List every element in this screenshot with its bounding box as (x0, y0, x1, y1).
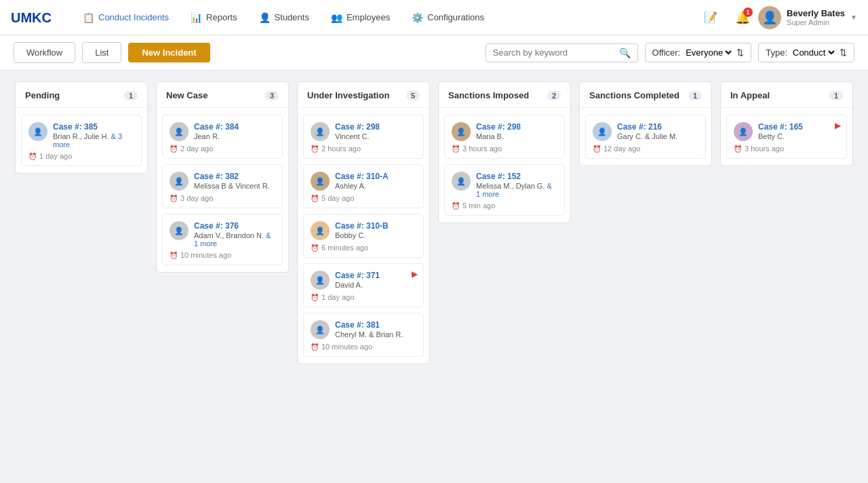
card-time-text: 3 hours ago (462, 144, 502, 153)
card-case-number: Case #: 298 (476, 122, 557, 132)
col-body-new-case: 👤 Case #: 384 Jean R. ⏰ 2 day ago 👤 Case… (157, 108, 288, 272)
user-area[interactable]: 👤 Beverly Bates Super Admin ▼ (758, 6, 857, 29)
card-time-text: 3 day ago (180, 194, 213, 202)
logo-text: UMKC (11, 11, 52, 24)
user-avatar: 👤 (758, 6, 781, 29)
list-item[interactable]: 👤 Case #: 152 Melissa M., Dylan G. & 1 m… (444, 164, 565, 216)
new-incident-button[interactable]: New Incident (128, 43, 210, 62)
card-case-number: Case #: 216 (617, 122, 698, 132)
col-header-sanctions-completed: Sanctions Completed 1 (580, 82, 711, 108)
search-box[interactable]: 🔍 (486, 43, 638, 62)
nav-items: 📋 Conduct Incidents 📊 Reports 👤 Students… (73, 8, 694, 27)
type-filter[interactable]: Type: Conduct ⇅ (758, 43, 854, 62)
avatar: 👤 (452, 172, 471, 191)
col-body-pending: 👤 Case #: 385 Brian R., Julie H. & 3 mor… (16, 108, 147, 173)
column-pending: Pending 1 👤 Case #: 385 Brian R., Julie … (15, 81, 148, 174)
card-case-number: Case #: 310-A (335, 172, 416, 181)
col-badge-under-investigation: 5 (406, 91, 420, 100)
card-time: ⏰ 6 minutes ago (311, 244, 416, 252)
list-item[interactable]: 👤 Case #: 385 Brian R., Julie H. & 3 mor… (21, 115, 142, 166)
type-select[interactable]: Conduct (790, 47, 837, 58)
card-info: Case #: 165 Betty C. (758, 122, 840, 140)
card-time-text: 5 min ago (462, 201, 495, 210)
notification-badge: 1 (743, 7, 753, 17)
nav-configurations-label: Configurations (427, 12, 484, 22)
notification-bell[interactable]: 🔔 1 (735, 10, 750, 25)
clock-icon: ⏰ (170, 145, 178, 153)
card-info: Case #: 298 Vincent C. (335, 122, 416, 140)
configurations-icon: ⚙️ (412, 12, 423, 23)
list-item[interactable]: 👤 Case #: 298 Maria B. ⏰ 3 hours ago (444, 115, 565, 159)
col-badge-pending: 1 (124, 91, 138, 100)
workflow-button[interactable]: Workflow (14, 42, 75, 63)
card-case-number: Case #: 381 (335, 320, 416, 330)
column-sanctions-completed: Sanctions Completed 1 👤 Case #: 216 Gary… (579, 81, 712, 166)
col-title-new-case: New Case (166, 90, 208, 100)
col-badge-new-case: 3 (265, 91, 279, 100)
nav-employees[interactable]: 👥 Employees (321, 8, 399, 27)
avatar: 👤 (311, 221, 330, 240)
list-item[interactable]: 👤 Case #: 310-A Ashley A. ⏰ 5 day ago (303, 164, 424, 208)
card-time: ⏰ 3 hours ago (452, 144, 557, 153)
col-body-sanctions-imposed: 👤 Case #: 298 Maria B. ⏰ 3 hours ago 👤 C… (439, 108, 570, 223)
nav-reports[interactable]: 📊 Reports (181, 8, 247, 27)
card-case-number: Case #: 298 (335, 122, 416, 132)
card-time: ⏰ 3 hours ago (734, 144, 840, 153)
col-title-sanctions-imposed: Sanctions Imposed (448, 90, 529, 100)
column-new-case: New Case 3 👤 Case #: 384 Jean R. ⏰ 2 day… (156, 81, 289, 273)
officer-select[interactable]: Everyone (683, 47, 734, 58)
list-item[interactable]: ▶ 👤 Case #: 371 David A. ⏰ 1 day ago (303, 263, 424, 307)
clock-icon: ⏰ (311, 195, 319, 202)
card-header: 👤 Case #: 382 Melissa B & Vincent R. (170, 172, 275, 191)
avatar: 👤 (734, 122, 753, 141)
list-item[interactable]: 👤 Case #: 310-B Bobby C. ⏰ 6 minutes ago (303, 214, 424, 258)
nav-conduct-incidents[interactable]: 📋 Conduct Incidents (73, 8, 178, 27)
col-header-under-investigation: Under Investigation 5 (298, 82, 429, 108)
col-badge-sanctions-imposed: 2 (547, 91, 561, 100)
card-people: Jean R. (194, 132, 275, 140)
type-chevron-icon: ⇅ (840, 47, 847, 58)
card-header: 👤 Case #: 152 Melissa M., Dylan G. & 1 m… (452, 172, 557, 198)
card-header: 👤 Case #: 298 Vincent C. (311, 122, 416, 141)
avatar: 👤 (593, 122, 612, 141)
card-case-number: Case #: 382 (194, 172, 275, 181)
search-input[interactable] (493, 47, 615, 58)
clock-icon: ⏰ (311, 343, 319, 351)
nav-notes[interactable]: 📝 (694, 7, 727, 28)
avatar: 👤 (311, 271, 330, 290)
clock-icon: ⏰ (452, 145, 460, 153)
list-item[interactable]: ▶ 👤 Case #: 165 Betty C. ⏰ 3 hours ago (726, 115, 847, 159)
list-item[interactable]: 👤 Case #: 216 Gary C. & Julie M. ⏰ 12 da… (585, 115, 706, 159)
reports-icon: 📊 (191, 12, 202, 23)
list-item[interactable]: 👤 Case #: 381 Cheryl M. & Brian R. ⏰ 10 … (303, 313, 424, 357)
avatar: 👤 (311, 320, 330, 339)
kanban-board: Pending 1 👤 Case #: 385 Brian R., Julie … (0, 71, 868, 483)
card-info: Case #: 310-B Bobby C. (335, 221, 416, 239)
card-info: Case #: 382 Melissa B & Vincent R. (194, 172, 275, 190)
user-role: Super Admin (787, 18, 845, 26)
toolbar-right: 🔍 Officer: Everyone ⇅ Type: Conduct ⇅ (486, 43, 854, 62)
list-item[interactable]: 👤 Case #: 382 Melissa B & Vincent R. ⏰ 3… (162, 164, 283, 208)
logo: UMKC (11, 11, 52, 24)
toolbar: Workflow List New Incident 🔍 Officer: Ev… (0, 35, 868, 71)
officer-filter[interactable]: Officer: Everyone ⇅ (645, 43, 752, 62)
nav-students[interactable]: 👤 Students (250, 8, 319, 27)
officer-chevron-icon: ⇅ (736, 47, 744, 58)
card-people: Gary C. & Julie M. (617, 132, 698, 140)
list-item[interactable]: 👤 Case #: 376 Adam V., Brandon N. & 1 mo… (162, 214, 283, 265)
clock-icon: ⏰ (170, 252, 178, 259)
card-people: Bobby C. (335, 231, 416, 239)
nav-configurations[interactable]: ⚙️ Configurations (402, 8, 494, 27)
card-people: Ashley A. (335, 182, 416, 190)
column-under-investigation: Under Investigation 5 👤 Case #: 298 Vinc… (297, 81, 430, 364)
list-button[interactable]: List (82, 42, 121, 63)
list-item[interactable]: 👤 Case #: 298 Vincent C. ⏰ 2 hours ago (303, 115, 424, 159)
list-item[interactable]: 👤 Case #: 384 Jean R. ⏰ 2 day ago (162, 115, 283, 159)
nav-right: 📝 🔔 1 👤 Beverly Bates Super Admin ▼ (694, 6, 857, 29)
clock-icon: ⏰ (311, 244, 319, 252)
col-header-new-case: New Case 3 (157, 82, 288, 108)
nav-students-label: Students (275, 12, 309, 22)
card-case-number: Case #: 310-B (335, 221, 416, 231)
employees-icon: 👥 (331, 12, 342, 23)
card-case-number: Case #: 371 (335, 271, 416, 280)
